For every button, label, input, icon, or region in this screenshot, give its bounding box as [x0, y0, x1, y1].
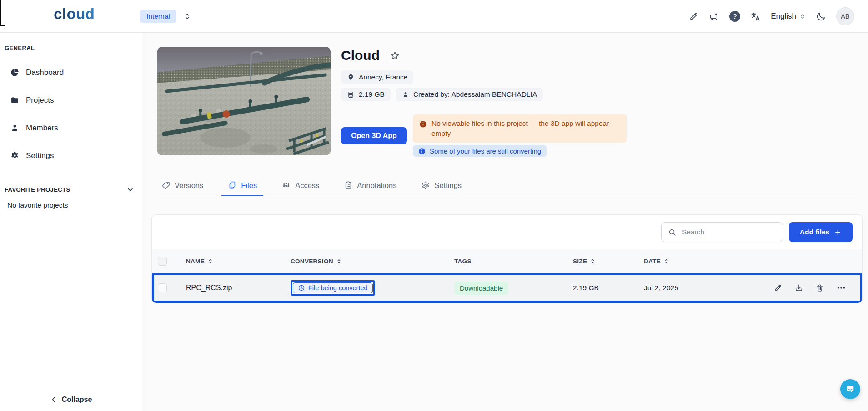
- sidebar-item-settings[interactable]: Settings: [0, 142, 142, 169]
- add-files-label: Add files: [800, 228, 829, 236]
- chat-launcher-button[interactable]: [840, 379, 860, 399]
- location-badge: Annecy, France: [341, 70, 413, 84]
- tab-bar: Versions Files Access Annotations: [157, 175, 862, 196]
- column-label: CONVERSION: [291, 258, 333, 265]
- column-header-name[interactable]: NAME: [186, 258, 291, 265]
- workspace-switcher[interactable]: Internal: [140, 0, 191, 33]
- file-tag: Downloadable: [454, 282, 508, 295]
- column-header-tags: TAGS: [454, 258, 573, 265]
- search-box[interactable]: [661, 222, 783, 242]
- favorites-title: FAVORITE PROJECTS: [5, 186, 70, 193]
- dark-mode-icon[interactable]: [816, 11, 826, 22]
- location-pin-icon: [347, 74, 355, 81]
- sort-icon: [590, 258, 596, 264]
- project-size-label: 2.19 GB: [359, 90, 385, 99]
- tab-versions[interactable]: Versions: [161, 175, 203, 196]
- conversion-status-badge: File being converted: [293, 282, 373, 293]
- tab-annotations[interactable]: Annotations: [344, 175, 396, 196]
- warning-info-icon: [419, 119, 427, 128]
- tab-access[interactable]: Access: [281, 175, 319, 196]
- files-toolbar: Add files: [152, 215, 862, 249]
- favorite-star-icon[interactable]: [390, 50, 400, 61]
- person-icon: [10, 123, 20, 133]
- chevron-down-icon[interactable]: [126, 185, 135, 194]
- window-edge-artifact: [0, 0, 1, 26]
- edit-icon[interactable]: [689, 11, 699, 21]
- page-title: Cloud: [341, 46, 380, 64]
- tab-label: Settings: [434, 181, 462, 190]
- badge-highlight-annotation: File being converted: [291, 280, 375, 296]
- sort-icon: [207, 258, 213, 264]
- column-label: NAME: [186, 258, 205, 265]
- translate-icon[interactable]: [750, 11, 761, 22]
- clock-icon: [298, 284, 305, 292]
- download-file-button[interactable]: [794, 283, 803, 292]
- person-icon: [402, 91, 409, 98]
- sort-icon: [336, 258, 342, 264]
- column-header-size[interactable]: SIZE: [573, 258, 644, 265]
- column-label: DATE: [644, 258, 661, 265]
- sidebar-item-projects[interactable]: Projects: [0, 86, 142, 114]
- sidebar-divider: [0, 175, 142, 175]
- unfold-icon[interactable]: [183, 12, 191, 20]
- column-label: TAGS: [454, 258, 472, 265]
- gear-icon: [10, 151, 20, 160]
- sidebar-item-members[interactable]: Members: [0, 114, 142, 142]
- chevron-left-icon: [50, 396, 57, 403]
- add-files-button[interactable]: Add files: [789, 222, 853, 242]
- files-icon: [228, 181, 237, 190]
- column-header-date[interactable]: DATE: [644, 258, 757, 265]
- warning-alert: No viewable files in this project — the …: [413, 114, 627, 143]
- workspace-badge[interactable]: Internal: [140, 10, 176, 23]
- row-checkbox[interactable]: [158, 283, 167, 292]
- project-header: Cloud Annecy, France 2.19 GB: [341, 46, 543, 101]
- column-label: SIZE: [573, 258, 587, 265]
- table-row[interactable]: RPC_RCS.zip File being converted Downloa…: [154, 275, 860, 301]
- project-thumbnail: [157, 47, 331, 155]
- row-actions: [757, 283, 860, 293]
- sidebar-item-label: Settings: [26, 151, 54, 160]
- project-alerts: No viewable files in this project — the …: [413, 114, 627, 157]
- pie-chart-icon: [10, 68, 20, 77]
- language-label: English: [771, 12, 796, 21]
- info-message: Some of your files are still converting: [430, 147, 541, 155]
- people-icon: [281, 181, 291, 190]
- more-actions-button[interactable]: [836, 283, 846, 293]
- file-size: 2.19 GB: [573, 284, 644, 292]
- app-window: cloud Internal ? English: [0, 0, 868, 411]
- language-selector[interactable]: English: [771, 12, 806, 21]
- favorites-empty-text: No favorite projects: [7, 201, 142, 209]
- announcements-icon[interactable]: [709, 11, 719, 22]
- open-3d-app-button[interactable]: Open 3D App: [341, 127, 407, 144]
- tab-files[interactable]: Files: [228, 175, 257, 196]
- app-logo[interactable]: cloud: [54, 5, 95, 23]
- info-alert: Some of your files are still converting: [413, 145, 547, 157]
- sidebar-collapse-button[interactable]: Collapse: [0, 396, 142, 404]
- tab-settings[interactable]: Settings: [421, 175, 462, 196]
- file-name: RPC_RCS.zip: [186, 284, 291, 292]
- avatar[interactable]: AB: [836, 7, 854, 25]
- folder-icon: [10, 95, 20, 105]
- files-table-card: Add files NAME CONVERSION TAGS: [151, 214, 863, 303]
- sidebar-item-label: Projects: [26, 96, 54, 105]
- warning-message: No viewable files in this project — the …: [431, 119, 620, 139]
- search-input[interactable]: [681, 228, 776, 237]
- tab-label: Access: [295, 181, 319, 190]
- sidebar-item-dashboard[interactable]: Dashboard: [0, 59, 142, 86]
- delete-file-button[interactable]: [815, 283, 824, 292]
- database-icon: [347, 91, 355, 99]
- edit-file-button[interactable]: [773, 283, 783, 292]
- avatar-initials: AB: [841, 13, 849, 20]
- column-header-conversion[interactable]: CONVERSION: [291, 258, 454, 265]
- sidebar-item-label: Dashboard: [26, 68, 64, 77]
- info-icon: [418, 148, 426, 155]
- sort-icon: [663, 258, 669, 264]
- favorite-projects-header[interactable]: FAVORITE PROJECTS: [5, 185, 135, 194]
- window-edge-artifact: [0, 25, 5, 26]
- sidebar-section-general: GENERAL: [5, 45, 137, 51]
- help-icon[interactable]: ?: [729, 11, 740, 22]
- gear-icon: [421, 181, 430, 190]
- location-label: Annecy, France: [359, 73, 407, 81]
- select-all-checkbox[interactable]: [158, 257, 167, 266]
- plus-icon: [834, 228, 842, 236]
